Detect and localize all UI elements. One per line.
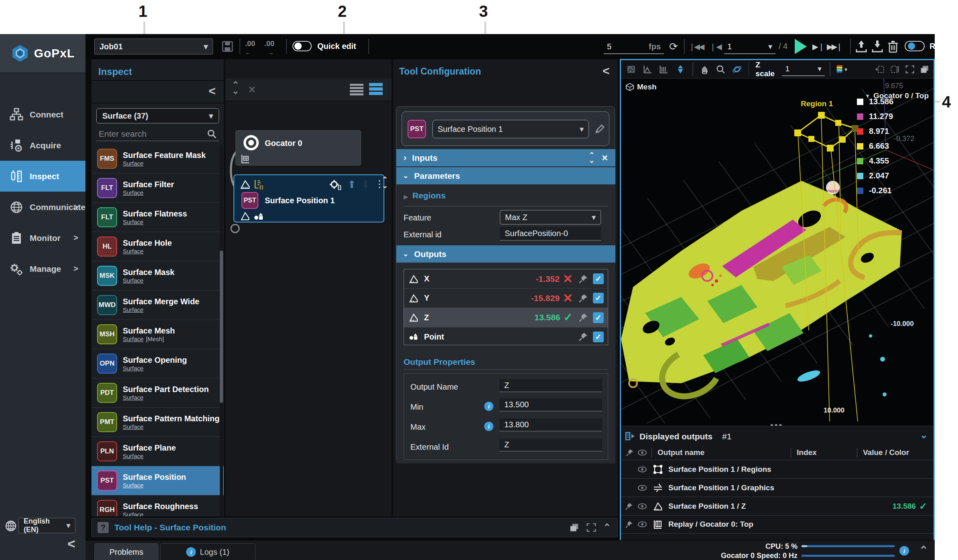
expand-statusbar-icon[interactable]: ⌃ [919, 544, 928, 557]
external-id-input[interactable]: SurfacePosition-0 [500, 227, 601, 241]
fit-vertical-icon[interactable] [890, 64, 900, 75]
heightmap-view-icon[interactable] [659, 64, 668, 75]
surface-position-node[interactable]: [] [] ⬆ ⬇ ⋮ ⌃⌄ PST Surface Position 1 [233, 174, 384, 222]
upload-icon[interactable] [855, 40, 868, 53]
tool-list-item-selected[interactable]: PST Surface PositionSurface [91, 466, 224, 495]
tool-list-item[interactable]: MSK Surface MaskSurface [91, 261, 224, 291]
tool-list-item[interactable]: PMT Surface Pattern MatchingSurface [91, 408, 224, 437]
displayed-output-row-regions[interactable]: Surface Position 1 / Regions [621, 460, 934, 478]
gocator-node[interactable]: Gocator 0 [235, 130, 361, 166]
output-row-y[interactable]: Y -15.829 ✕ ✓ [404, 289, 608, 308]
profile-view-icon[interactable] [643, 64, 652, 75]
fit-horizontal-icon[interactable] [875, 64, 885, 75]
tool-list-item[interactable]: MWD Surface Merge WideSurface [91, 291, 224, 320]
parameters-section-header[interactable]: ⌄ Parameters [396, 167, 615, 184]
save-icon[interactable] [221, 40, 234, 53]
close-all-icon[interactable]: ✕ [248, 84, 256, 95]
info-icon[interactable]: i [484, 402, 493, 411]
edit-pencil-icon[interactable] [595, 124, 605, 134]
zscale-select[interactable]: 1 ▾ [782, 63, 825, 76]
sidebar-item-manage[interactable]: Manage > [0, 253, 85, 284]
tool-list-item[interactable]: FLT Surface FilterSurface [91, 174, 224, 203]
output-enabled-checkbox[interactable]: ✓ [593, 273, 604, 284]
colormap-icon[interactable] [836, 64, 843, 75]
min-input[interactable]: 13.500 [499, 398, 602, 411]
info-icon[interactable]: i [899, 546, 909, 556]
zoom-icon[interactable] [716, 64, 725, 75]
tool-list-item[interactable]: FMS Surface Feature MaskSurface [91, 144, 224, 174]
inspect-collapse-button[interactable]: < [209, 84, 216, 98]
tool-category-select[interactable]: Surface (37) ▾ [96, 108, 219, 123]
layout-windows-icon[interactable] [920, 64, 930, 75]
outputs-section-header[interactable]: ⌄ Outputs [396, 245, 615, 263]
inputs-section-header[interactable]: › Inputs ⌃⌄ ✕ [396, 149, 615, 166]
frame-select[interactable]: 1 ▾ [724, 40, 775, 54]
displayed-output-row-graphics[interactable]: Surface Position 1 / Graphics [621, 478, 934, 497]
job-select[interactable]: Job01 ▾ [94, 38, 213, 55]
sidebar-item-connect[interactable]: Connect [0, 99, 85, 130]
tool-list-item[interactable]: PDT Surface Part DetectionSurface [91, 378, 224, 408]
tool-config-collapse-button[interactable]: < [603, 64, 610, 78]
regions-link[interactable]: Regions [412, 191, 446, 200]
pin-icon[interactable] [578, 293, 588, 303]
undo-record-icon[interactable]: .00← [245, 40, 255, 57]
tab-problems[interactable]: Problems [94, 543, 158, 560]
tool-list-item[interactable]: HL Surface HoleSurface [91, 232, 224, 261]
external-id-output-input[interactable]: Z [499, 439, 602, 451]
scrollbar-thumb[interactable] [220, 251, 223, 403]
download-icon[interactable] [871, 40, 884, 53]
pointcloud-view-icon[interactable] [676, 64, 685, 75]
eye-icon[interactable] [638, 485, 647, 491]
collapse-all-icon[interactable]: ✕ [601, 153, 608, 163]
tool-list-item[interactable]: FLT Surface FlatnessSurface [91, 203, 224, 232]
next-frame-icon[interactable]: ▶❘ [812, 42, 825, 51]
displayed-output-row-z[interactable]: Surface Position 1 / Z 13.586 ✓ [621, 497, 934, 515]
tool-help-bar[interactable]: ? Tool Help - Surface Position ⌃ [91, 518, 618, 537]
pin-icon[interactable] [578, 332, 588, 342]
eye-icon[interactable] [638, 521, 647, 528]
tool-list-item[interactable]: MSH Surface MeshSurface[Mesh] [91, 320, 224, 349]
prev-frame-icon[interactable]: ❘◀ [710, 42, 722, 51]
output-row-point[interactable]: Point ✓ [404, 328, 608, 346]
detail-view-icon[interactable] [369, 82, 383, 96]
language-select[interactable]: English (EN) ▾ [18, 518, 75, 533]
pan-hand-icon[interactable] [700, 64, 709, 75]
fullscreen-icon[interactable] [905, 64, 915, 75]
displayed-output-row-replay[interactable]: Replay / Gocator 0: Top [621, 515, 934, 534]
quick-edit-toggle[interactable] [292, 41, 312, 51]
feature-select[interactable]: Max Z ▾ [500, 210, 601, 224]
info-icon[interactable]: i [484, 422, 493, 431]
orbit-icon[interactable] [732, 64, 742, 75]
output-row-z-selected[interactable]: Z 13.586 ✓ ✓ [404, 308, 608, 328]
pin-icon[interactable] [625, 502, 633, 510]
eye-icon[interactable] [638, 466, 647, 473]
image-view-icon[interactable] [627, 64, 636, 75]
scene-3d[interactable]: Mesh 9.675 ▼ Gocator 0 / Top -0.372 Regi… [621, 79, 934, 423]
tool-instance-select[interactable]: Surface Position 1 ▾ [432, 120, 589, 138]
redo-record-icon[interactable]: .00→ [264, 40, 274, 57]
play-button[interactable] [795, 39, 807, 54]
tool-list-scrollbar[interactable] [220, 144, 223, 516]
sidebar-item-acquire[interactable]: Acquire [0, 130, 85, 161]
move-down-icon[interactable]: ⬇ [361, 178, 370, 191]
popout-icon[interactable] [569, 522, 580, 533]
sidebar-item-communicate[interactable]: Communicate > [0, 192, 85, 222]
chevron-down-icon[interactable]: ⌄ [920, 429, 928, 441]
eye-icon[interactable] [638, 503, 647, 509]
output-row-x[interactable]: X -1.352 ✕ ✓ [404, 269, 608, 289]
tool-list-item[interactable]: PLN Surface PlaneSurface [91, 437, 224, 466]
tool-list-item[interactable]: OPN Surface OpeningSurface [91, 349, 224, 378]
expand-help-icon[interactable]: ⌃ [603, 522, 611, 533]
collapse-node-icon[interactable]: ⌃⌄ [382, 177, 388, 189]
output-enabled-checkbox[interactable]: ✓ [593, 293, 604, 303]
tool-list-item[interactable]: RGH Surface RoughnessSurface [91, 495, 224, 516]
pin-icon[interactable] [578, 274, 588, 284]
sidebar-collapse-button[interactable]: < [67, 536, 75, 552]
output-enabled-checkbox[interactable]: ✓ [593, 312, 604, 323]
output-name-input[interactable]: Z [499, 379, 602, 392]
list-view-icon[interactable] [350, 83, 363, 97]
pin-icon[interactable] [625, 520, 633, 528]
expand-collapse-icon[interactable]: ⌃⌄ [232, 82, 239, 94]
tool-search-input[interactable]: Enter search [96, 127, 219, 141]
sidebar-item-monitor[interactable]: Monitor > [0, 222, 85, 253]
